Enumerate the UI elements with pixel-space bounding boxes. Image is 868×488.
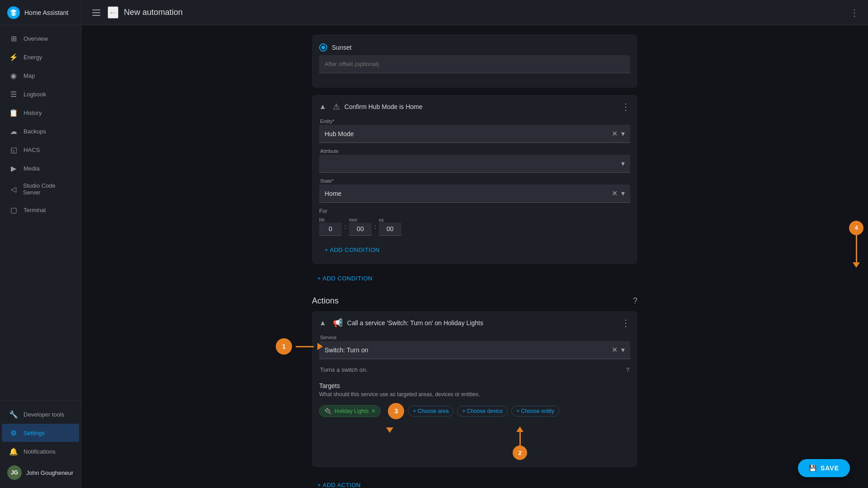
sidebar-item-label: Settings <box>24 430 45 436</box>
action-card-body: Service Switch: Turn on ✕ ▾ 1 <box>312 335 637 467</box>
add-condition-outer-button[interactable]: + ADD CONDITION <box>312 271 378 285</box>
service-value: Switch: Turn on <box>325 346 612 354</box>
back-button[interactable]: ← <box>108 6 118 19</box>
sidebar-item-notifications[interactable]: 🔔 Notifications <box>2 442 79 460</box>
sidebar-item-history[interactable]: 📋 History <box>2 104 79 122</box>
state-field: State* Home ✕ ▾ <box>319 178 630 203</box>
targets-label: Targets <box>319 382 630 389</box>
state-clear-icon[interactable]: ✕ <box>612 189 618 198</box>
condition-type-icon: ⚠ <box>333 102 340 112</box>
holiday-lights-chip[interactable]: 🔌 Holiday Lights ✕ <box>319 405 381 417</box>
mm-input[interactable] <box>349 223 372 236</box>
entity-chip-remove[interactable]: ✕ <box>371 408 376 414</box>
arrow-3-badge: 3 <box>388 403 404 419</box>
entity-row[interactable]: Hub Mode ✕ ▾ <box>319 125 630 143</box>
sunset-label: Sunset <box>332 44 352 51</box>
sidebar-item-logbook[interactable]: ☰ Logbook <box>2 85 79 103</box>
choose-area-button[interactable]: + Choose area <box>408 406 453 417</box>
targets-desc: What should this service use as targeted… <box>319 391 630 398</box>
mm-group: mm <box>349 217 372 236</box>
action-type-icon: 📢 <box>333 318 343 328</box>
topbar-menu-button[interactable]: ⋮ <box>850 7 859 18</box>
attribute-chevron-icon[interactable]: ▾ <box>621 159 625 168</box>
sidebar-item-terminal[interactable]: ▢ Terminal <box>2 201 79 219</box>
attribute-row[interactable]: ▾ <box>319 155 630 173</box>
sunset-card: Sunset <box>312 34 637 88</box>
arrow-4-line <box>856 235 857 262</box>
condition-card-body: Entity* Hub Mode ✕ ▾ Attribute ▾ <box>312 118 637 264</box>
arrow-3-head <box>386 427 393 433</box>
sidebar-item-overview[interactable]: ⊞ Overview <box>2 29 79 47</box>
actions-help-icon[interactable]: ? <box>633 296 637 306</box>
entity-clear-icon[interactable]: ✕ <box>612 129 618 138</box>
add-condition-inner-button[interactable]: + ADD CONDITION <box>319 243 385 257</box>
state-chevron-icon[interactable]: ▾ <box>621 189 625 198</box>
sidebar-item-label: History <box>24 109 42 116</box>
offset-input[interactable] <box>319 55 630 73</box>
mm-label: mm <box>349 217 372 223</box>
sidebar-item-label: Media <box>24 165 39 172</box>
service-clear-icon[interactable]: ✕ <box>612 346 618 354</box>
sidebar-header: Home Assistant <box>0 0 81 25</box>
entity-chevron-icon[interactable]: ▾ <box>621 129 625 138</box>
sidebar-item-studio-code-server[interactable]: ◁ Studio Code Server <box>2 178 79 200</box>
notifications-icon: 🔔 <box>9 447 18 456</box>
studio-code-icon: ◁ <box>9 185 18 194</box>
state-label: State* <box>319 178 630 184</box>
entity-label: Entity* <box>319 118 630 124</box>
add-action-button[interactable]: + ADD ACTION <box>312 478 366 488</box>
save-icon: 💾 <box>809 464 817 472</box>
action-card-header: ▲ 📢 Call a service 'Switch: Turn on' on … <box>312 311 637 335</box>
condition-title: Confirm Hub Mode is Home <box>344 103 617 110</box>
service-field: Service Switch: Turn on ✕ ▾ <box>319 335 630 359</box>
collapse-icon[interactable]: ▲ <box>319 103 326 111</box>
arrow-4-badge: 4 <box>849 221 863 235</box>
action-more-menu[interactable]: ⋮ <box>621 317 630 328</box>
ss-input[interactable] <box>379 223 401 236</box>
action-collapse-icon[interactable]: ▲ <box>319 319 326 327</box>
sidebar-item-hacs[interactable]: ◱ HACS <box>2 141 79 159</box>
user-profile[interactable]: JG John Gougheneur <box>0 461 81 484</box>
action-title: Call a service 'Switch: Turn on' on Holi… <box>347 319 617 327</box>
service-description: Turns a switch on. ? <box>319 365 630 379</box>
hh-group: hh <box>319 217 342 236</box>
arrow-2-badge: 2 <box>513 445 527 460</box>
arrow-3-group: 3 <box>384 403 404 419</box>
app-logo <box>7 6 20 19</box>
for-section: For hh : mm : <box>319 208 630 236</box>
sidebar-item-backups[interactable]: ☁ Backups <box>2 122 79 140</box>
sidebar-item-energy[interactable]: ⚡ Energy <box>2 48 79 66</box>
overview-icon: ⊞ <box>9 34 18 43</box>
sidebar: Home Assistant ⊞ Overview ⚡ Energy ◉ Map… <box>0 0 81 488</box>
condition-card-header: ▲ ⚠ Confirm Hub Mode is Home ⋮ <box>312 95 637 118</box>
sidebar-item-developer-tools[interactable]: 🔧 Developer tools <box>2 405 79 423</box>
sunset-radio-row: Sunset <box>319 40 630 55</box>
choose-device-button[interactable]: + Choose device <box>457 406 508 417</box>
developer-tools-icon: 🔧 <box>9 410 18 419</box>
user-name: John Gougheneur <box>26 469 73 476</box>
media-icon: ▶ <box>9 164 18 173</box>
hh-input[interactable] <box>319 223 342 236</box>
arrow-2-annotation: 2 <box>410 426 630 460</box>
sunset-radio[interactable] <box>319 43 327 52</box>
state-row[interactable]: Home ✕ ▾ <box>319 185 630 203</box>
targets-section: Targets What should this service use as … <box>319 382 630 460</box>
service-row[interactable]: Switch: Turn on ✕ ▾ <box>319 341 630 359</box>
entity-field: Entity* Hub Mode ✕ ▾ <box>319 118 630 143</box>
service-help-icon[interactable]: ? <box>626 366 629 373</box>
sidebar-item-settings[interactable]: ⚙ Settings <box>2 424 79 442</box>
for-label: For <box>319 208 630 214</box>
sidebar-item-media[interactable]: ▶ Media <box>2 159 79 177</box>
sidebar-item-label: Logbook <box>24 91 46 98</box>
hamburger-menu[interactable] <box>90 8 102 18</box>
time-inputs: hh : mm : ss <box>319 217 630 236</box>
sidebar-nav: ⊞ Overview ⚡ Energy ◉ Map ☰ Logbook 📋 Hi… <box>0 25 81 401</box>
choose-entity-button[interactable]: + Choose entity <box>511 406 559 417</box>
sidebar-item-map[interactable]: ◉ Map <box>2 66 79 85</box>
time-sep-1: : <box>344 223 346 230</box>
save-button[interactable]: 💾 SAVE <box>798 459 850 477</box>
service-chevron-icon[interactable]: ▾ <box>621 346 625 354</box>
entity-chip-label: Holiday Lights <box>335 408 368 414</box>
targets-chips: 🔌 Holiday Lights ✕ 3 + Choose area + Cho… <box>319 403 630 419</box>
condition-more-menu[interactable]: ⋮ <box>621 101 630 112</box>
